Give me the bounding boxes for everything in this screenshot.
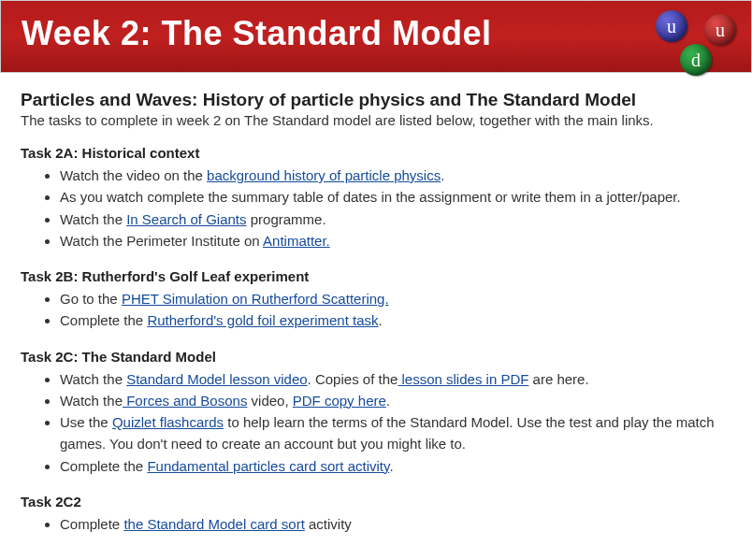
quark-icon: d <box>680 44 712 76</box>
page-title: Week 2: The Standard Model <box>22 14 730 53</box>
inline-link[interactable]: lesson slides in PDF <box>398 371 528 387</box>
inline-link[interactable]: background history of particle physics <box>207 167 441 183</box>
subtitle: Particles and Waves: History of particle… <box>21 90 731 110</box>
list-item: Watch the Standard Model lesson video. C… <box>60 368 731 390</box>
inline-link[interactable]: Fundamental particles card sort activity <box>147 458 389 474</box>
inline-link[interactable]: the Standard Model card sort <box>123 516 304 532</box>
page-banner: Week 2: The Standard Model u u d <box>0 0 752 73</box>
task-items: Watch the Standard Model lesson video. C… <box>21 368 731 477</box>
list-item: Complete the Rutherford's gold foil expe… <box>60 309 731 331</box>
quark-icon: u <box>704 14 736 46</box>
task-list: Task 2A: Historical contextWatch the vid… <box>21 145 731 535</box>
inline-link[interactable]: Antimatter. <box>263 233 330 249</box>
task-title: Task 2C: The Standard Model <box>21 349 731 365</box>
list-item: Go to the PHET Simulation on Rutherford … <box>60 288 731 309</box>
content: Particles and Waves: History of particle… <box>0 73 752 548</box>
inline-link[interactable]: Quizlet flashcards <box>112 414 224 430</box>
inline-link[interactable]: PHET Simulation on Rutherford Scattering… <box>122 291 389 307</box>
inline-link[interactable]: Standard Model lesson video <box>126 371 307 387</box>
inline-link[interactable]: PDF copy here <box>293 393 386 409</box>
inline-link[interactable]: In Search of Giants <box>126 211 246 227</box>
list-item: Watch the Forces and Bosons video, PDF c… <box>60 390 731 411</box>
list-item: Watch the Perimeter Institute on Antimat… <box>60 230 731 251</box>
list-item: Complete the Fundamental particles card … <box>60 455 731 477</box>
quark-icon: u <box>656 10 687 42</box>
list-item: Watch the In Search of Giants programme. <box>60 208 731 230</box>
list-item: As you watch complete the summary table … <box>60 186 731 208</box>
task-items: Complete the Standard Model card sort ac… <box>21 513 731 535</box>
list-item: Use the Quizlet flashcards to help learn… <box>60 411 731 455</box>
intro-text: The tasks to complete in week 2 on The S… <box>21 112 731 128</box>
task-title: Task 2B: Rutherford's Golf Leaf experime… <box>21 268 731 284</box>
inline-link[interactable]: Rutherford's gold foil experiment task <box>147 312 378 328</box>
quark-badge: u u d <box>652 10 736 85</box>
task-title: Task 2C2 <box>21 494 731 510</box>
task-title: Task 2A: Historical context <box>21 145 731 161</box>
task-items: Watch the video on the background histor… <box>21 165 731 251</box>
task-items: Go to the PHET Simulation on Rutherford … <box>21 288 731 332</box>
list-item: Complete the Standard Model card sort ac… <box>60 513 731 535</box>
list-item: Watch the video on the background histor… <box>60 165 731 186</box>
inline-link[interactable]: Forces and Bosons <box>123 393 247 409</box>
